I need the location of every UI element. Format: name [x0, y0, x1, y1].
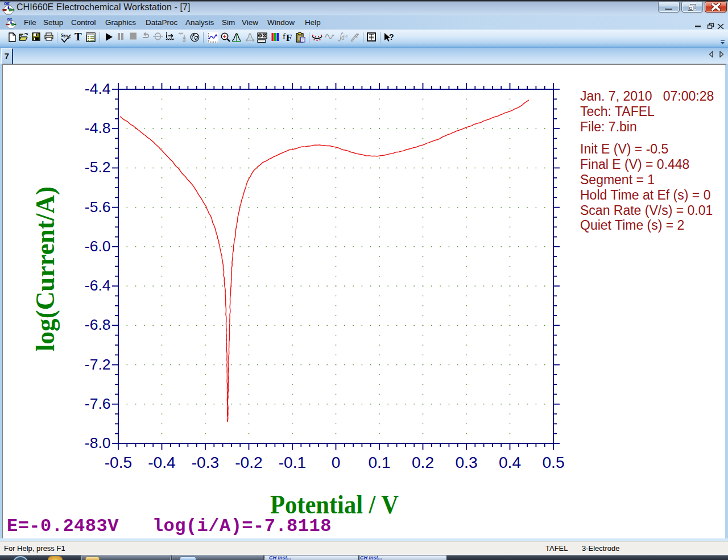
svg-text:0.5: 0.5 — [542, 453, 564, 471]
svg-text:File: 7.bin: File: 7.bin — [580, 119, 637, 134]
svg-text:-7.2: -7.2 — [85, 356, 111, 373]
svg-text:0.1: 0.1 — [368, 453, 390, 471]
svg-text:Segment = 1: Segment = 1 — [580, 172, 655, 187]
svg-text:-8.0: -8.0 — [85, 434, 111, 451]
svg-text:Init E (V) = -0.5: Init E (V) = -0.5 — [580, 142, 668, 156]
svg-text:Final E (V) = 0.448: Final E (V) = 0.448 — [580, 157, 689, 172]
svg-text:Hold Time at Ef (s) = 0: Hold Time at Ef (s) = 0 — [580, 188, 710, 202]
svg-text:-7.6: -7.6 — [85, 395, 111, 412]
svg-text:-0.4: -0.4 — [148, 453, 176, 471]
svg-text:-6.0: -6.0 — [85, 238, 111, 255]
svg-text:log(Current/A): log(Current/A) — [30, 186, 60, 351]
svg-text:-0.2: -0.2 — [235, 453, 263, 471]
svg-text:-5.6: -5.6 — [85, 198, 111, 215]
svg-text:0.3: 0.3 — [455, 453, 477, 471]
svg-text:-6.4: -6.4 — [85, 277, 111, 294]
svg-text:-4.8: -4.8 — [85, 119, 111, 136]
svg-text:-0.1: -0.1 — [279, 453, 307, 471]
svg-text:-4.4: -4.4 — [85, 80, 111, 97]
svg-text:-0.3: -0.3 — [192, 453, 220, 471]
svg-text:-6.8: -6.8 — [85, 316, 111, 333]
svg-text:0.2: 0.2 — [412, 453, 434, 471]
svg-text:-5.2: -5.2 — [85, 159, 111, 176]
svg-text:0.4: 0.4 — [499, 453, 521, 471]
svg-text:Tech: TAFEL: Tech: TAFEL — [580, 104, 655, 119]
svg-text:Jan. 7, 2010 07:00:28: Jan. 7, 2010 07:00:28 — [580, 89, 714, 103]
svg-text:Potential / V: Potential / V — [270, 490, 399, 519]
svg-text:E=-0.2483V log(i/A)=-7.8118: E=-0.2483V log(i/A)=-7.8118 — [7, 516, 332, 537]
svg-text:0: 0 — [332, 453, 341, 471]
svg-text:Quiet Time (s) = 2: Quiet Time (s) = 2 — [580, 218, 684, 233]
svg-text:Scan Rate (V/s) = 0.01: Scan Rate (V/s) = 0.01 — [580, 203, 713, 218]
svg-text:-0.5: -0.5 — [105, 453, 133, 471]
